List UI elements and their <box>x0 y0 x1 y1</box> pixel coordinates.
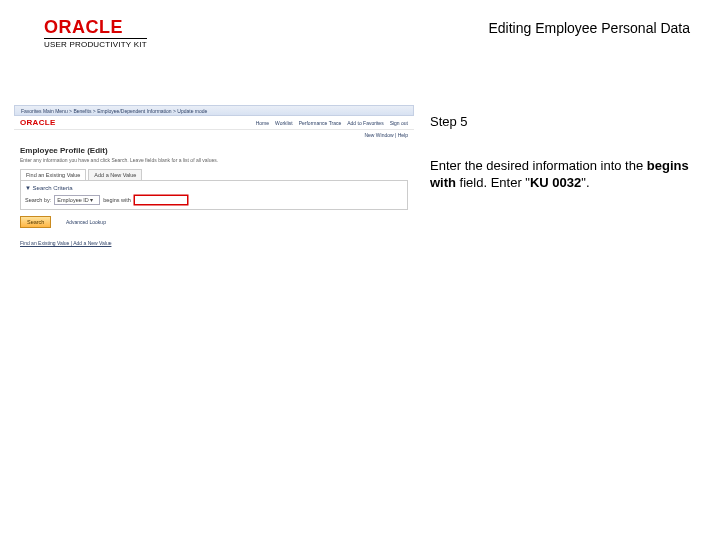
form-title: Employee Profile (Edit) <box>14 142 414 157</box>
tab-add-new[interactable]: Add a New Value <box>88 169 142 180</box>
search-criteria-head[interactable]: ▼ Search Criteria <box>25 185 403 191</box>
search-by-label: Search by: <box>25 197 51 203</box>
window-help-links[interactable]: New Window | Help <box>14 130 414 142</box>
menu-worklist[interactable]: Worklist <box>275 120 293 126</box>
breadcrumb: Favorites Main Menu > Benefits > Employe… <box>14 105 414 116</box>
app-top-menu: Home Worklist Performance Trace Add to F… <box>256 120 408 126</box>
search-panel: ▼ Search Criteria Search by: Employee ID… <box>20 180 408 210</box>
form-description: Enter any information you have and click… <box>14 157 414 169</box>
app-header-row: ORACLE Home Worklist Performance Trace A… <box>14 116 414 130</box>
tab-find-existing[interactable]: Find an Existing Value <box>20 169 86 180</box>
menu-signout[interactable]: Sign out <box>390 120 408 126</box>
instr-bold-value: KU 0032 <box>530 175 581 190</box>
search-row: Search by: Employee ID ▾ begins with <box>25 195 403 205</box>
page-title: Editing Employee Personal Data <box>488 20 690 36</box>
brand-logo: ORACLE USER PRODUCTIVITY KIT <box>44 18 147 49</box>
app-screenshot: Favorites Main Menu > Benefits > Employe… <box>14 105 414 305</box>
menu-perf-trace[interactable]: Performance Trace <box>299 120 342 126</box>
step-number: Step 5 <box>430 113 690 131</box>
instr-seg-3: ". <box>581 175 589 190</box>
menu-home[interactable]: Home <box>256 120 269 126</box>
upk-subtitle: USER PRODUCTIVITY KIT <box>44 38 147 49</box>
instruction-pane: Step 5 Enter the desired information int… <box>430 113 690 192</box>
search-button[interactable]: Search <box>20 216 51 228</box>
menu-favorites[interactable]: Add to Favorites <box>347 120 383 126</box>
header: ORACLE USER PRODUCTIVITY KIT Editing Emp… <box>44 18 690 49</box>
footer-tab-links[interactable]: Find an Existing Value | Add a New Value <box>14 230 414 256</box>
instruction-text: Enter the desired information into the b… <box>430 157 690 192</box>
oracle-wordmark: ORACLE <box>44 18 147 36</box>
instr-seg-1: Enter the desired information into the <box>430 158 647 173</box>
instr-seg-2: field. Enter " <box>456 175 530 190</box>
begins-with-label: begins with <box>103 197 131 203</box>
app-oracle-logo: ORACLE <box>20 118 56 127</box>
begins-with-input[interactable] <box>134 195 188 205</box>
advanced-lookup-link[interactable]: Advanced Lookup <box>66 219 106 225</box>
tab-bar: Find an Existing Value Add a New Value <box>14 169 414 180</box>
search-by-select[interactable]: Employee ID ▾ <box>54 195 100 205</box>
